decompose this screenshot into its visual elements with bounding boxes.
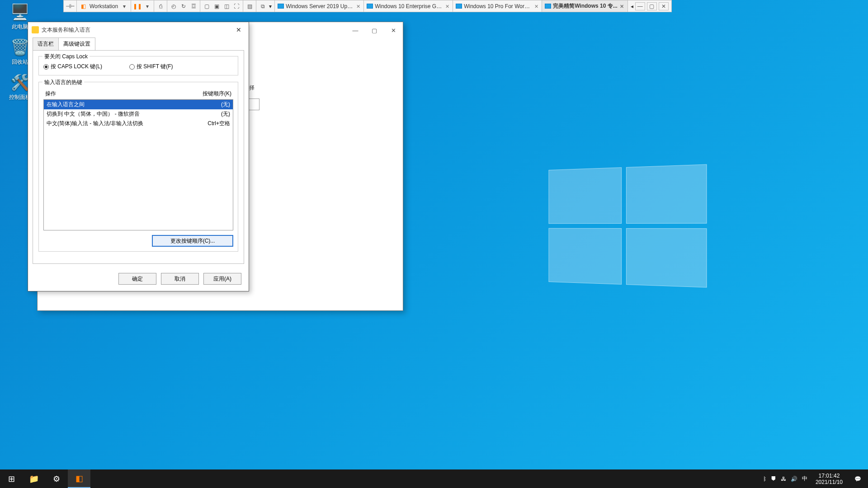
dialog-close-button[interactable]: ✕ [232,25,245,35]
parent-close-button[interactable]: ✕ [384,24,403,37]
radio-dot-icon [129,64,135,70]
radio-label: 按 CAPS LOCK 键(L) [51,63,102,70]
notification-center-button[interactable]: 💬 [847,469,868,488]
dialog-titlebar: 文本服务和输入语言 ✕ [28,22,249,38]
text-services-dialog: 文本服务和输入语言 ✕ 语言栏 高级键设置 要关闭 Caps Lock 按 CA… [28,22,249,291]
settings-button[interactable]: ⚙ [45,469,68,488]
parent-maximize-button[interactable]: ▢ [365,24,384,37]
vmw-stretch-seg: ⧉▾ [256,0,275,12]
manage-snapshot-icon[interactable]: ☲ [190,3,197,10]
col-action: 操作 [45,90,56,98]
taskbar: ⊞ 📁 ⚙ ◧ ᛒ ⛊ 🖧 🔊 中 17:01:42 2021/11/10 💬 [0,469,868,488]
network-icon[interactable]: 🖧 [781,476,786,482]
vmw-tab-0[interactable]: Windows Server 2019 Update...✕ [275,0,364,12]
group-hotkeys: 输入语言的热键 操作 按键顺序(K) 在输入语言之间(无)切换到 中文（简体，中… [38,82,238,252]
vmw-pin-seg: ⊣⊢ [64,0,77,12]
vmw-tab-2[interactable]: Windows 10 Pro For Workstat...✕ [453,0,542,12]
time-text: 17:01:42 [816,473,843,479]
unity-icon[interactable]: ▤ [246,3,253,10]
tab-advanced-key-settings[interactable]: 高级键设置 [58,38,95,50]
hotkey-row[interactable]: 在输入语言之间(无) [44,100,233,109]
vmware-taskbar-button[interactable]: ◧ [68,469,90,488]
group-capslock: 要关闭 Caps Lock 按 CAPS LOCK 键(L) 按 SHIFT 键… [38,56,238,75]
vmw-tabs: Windows Server 2019 Update...✕Windows 10… [275,0,628,12]
cancel-button[interactable]: 取消 [161,273,199,285]
monitor-icon [545,4,551,9]
close-tab-icon[interactable]: ✕ [619,4,625,9]
dialog-button-row: 确定 取消 应用(A) [28,268,249,291]
radio-capslock[interactable]: 按 CAPS LOCK 键(L) [43,63,102,70]
revert-icon[interactable]: ↻ [180,3,187,10]
vmw-playback-seg: ❚❚ ▾ [131,0,154,12]
vmw-tab-3[interactable]: 完美精简Windows 10 专...✕ [542,0,628,12]
tab-language-bar[interactable]: 语言栏 [33,38,59,50]
ok-button[interactable]: 确定 [118,273,156,285]
close-tab-icon[interactable]: ✕ [444,4,450,9]
close-tab-icon[interactable]: ✕ [533,4,539,9]
stretch-icon[interactable]: ⧉ [259,3,266,10]
monitor-icon [456,4,462,9]
play-dropdown-icon[interactable]: ▾ [144,3,151,10]
close-icon[interactable]: ✕ [659,2,669,10]
hk-keyseq: (无) [221,101,230,108]
hk-action: 切换到 中文（简体，中国） - 微软拼音 [47,110,140,118]
view2-icon[interactable]: ▣ [213,3,220,10]
bin-icon: 🗑️ [10,37,30,57]
file-explorer-button[interactable]: 📁 [23,469,45,488]
restore-icon[interactable]: ▢ [647,2,657,10]
vmw-tab-1[interactable]: Windows 10 Enterprise G 170...✕ [364,0,453,12]
pc-icon: 🖥️ [10,2,30,22]
ctrl-icon: 🛠️ [10,72,30,92]
hotkey-header: 操作 按键顺序(K) [43,89,233,99]
clock[interactable]: 17:01:42 2021/11/10 [811,473,847,485]
send-keys-icon[interactable]: ⎙ [157,3,164,10]
taskbar-left: ⊞ 📁 ⚙ ◧ [0,469,90,488]
vmw-tab-label: Windows 10 Pro For Workstat... [464,3,532,9]
hotkey-list[interactable]: 在输入语言之间(无)切换到 中文（简体，中国） - 微软拼音(无)中文(简体)输… [43,99,233,230]
parent-minimize-button[interactable]: — [346,24,365,37]
volume-icon[interactable]: 🔊 [791,476,797,482]
radio-dot-icon [43,64,49,70]
hotkey-row[interactable]: 切换到 中文（简体，中国） - 微软拼音(无) [44,109,233,119]
radio-label: 按 SHIFT 键(F) [137,63,173,70]
fullscreen-icon[interactable]: ⛶ [233,3,240,10]
dialog-tabs: 语言栏 高级键设置 [28,38,249,50]
snapshot-icon[interactable]: ◴ [170,3,177,10]
scroll-left-icon[interactable]: ◂ [631,3,633,9]
vmw-window-controls: ◂ — ▢ ✕ [628,2,671,10]
radio-shift[interactable]: 按 SHIFT 键(F) [129,63,173,70]
hk-action: 在输入语言之间 [47,101,85,108]
ime-indicator[interactable]: 中 [802,475,807,483]
dialog-title: 文本服务和输入语言 [42,26,90,34]
pin-icon[interactable]: ⊣⊢ [66,3,74,10]
monitor-icon [278,4,284,9]
close-tab-icon[interactable]: ✕ [355,4,361,9]
system-tray: ᛒ ⛊ 🖧 🔊 中 [760,475,811,483]
vmw-unity-seg: ▤ [243,0,256,12]
vmw-tab-label: Windows 10 Enterprise G 170... [375,3,443,9]
change-key-sequence-button[interactable]: 更改按键顺序(C)... [152,235,233,247]
parent-overflow-text: 择 [249,84,255,92]
view1-icon[interactable]: ▢ [203,3,210,10]
minimize-icon[interactable]: — [635,2,645,10]
date-text: 2021/11/10 [816,479,843,485]
dropdown-icon[interactable]: ▾ [121,3,128,10]
start-button[interactable]: ⊞ [0,469,23,488]
vmw-title-seg[interactable]: ◧ Workstation ▾ [77,0,131,12]
security-icon[interactable]: ⛊ [771,476,776,482]
vmw-snapshot-seg: ◴ ↻ ☲ [167,0,200,12]
col-keyseq: 按键顺序(K) [203,90,231,98]
stretch-drop-icon[interactable]: ▾ [269,3,272,9]
vmware-toolbar: ⊣⊢ ◧ Workstation ▾ ❚❚ ▾ ⎙ ◴ ↻ ☲ ▢ ▣ ◫ ⛶ … [63,0,672,12]
apply-button[interactable]: 应用(A) [203,273,241,285]
label: 回收站 [12,59,28,65]
vmw-title: Workstation [90,3,118,9]
pause-icon[interactable]: ❚❚ [134,3,141,10]
hotkey-row[interactable]: 中文(简体)输入法 - 输入法/非输入法切换Ctrl+空格 [44,119,233,128]
view3-icon[interactable]: ◫ [223,3,230,10]
label: 此电脑 [12,23,28,30]
dialog-icon [32,26,39,33]
vmw-tools-seg: ⎙ [154,0,167,12]
bluetooth-icon[interactable]: ᛒ [763,476,766,482]
windows-logo [548,164,707,287]
